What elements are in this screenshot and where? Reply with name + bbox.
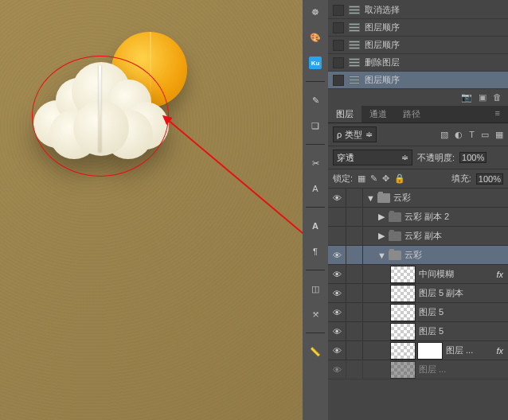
history-panel: 取消选择 图层顺序 图层顺序 删除图层 图层顺序 📷 ▣ 🗑 <box>328 0 508 106</box>
layer-name[interactable]: 中间模糊 <box>419 268 493 280</box>
tool-strip: ☸ 🎨 Ku ✎ ❏ ✂ A A ¶ ◫ ⤧ 📏 <box>303 0 328 420</box>
visibility-toggle[interactable]: 👁 <box>328 265 346 283</box>
layer-name[interactable]: 云彩 副本 <box>404 230 505 242</box>
history-item[interactable]: 图层顺序 <box>328 37 508 54</box>
mask-thumb <box>417 342 443 360</box>
canvas-area[interactable] <box>0 0 303 420</box>
visibility-toggle[interactable]: 👁 <box>328 246 346 264</box>
filter-adjust-icon[interactable]: ◐ <box>455 130 463 140</box>
twirl-icon[interactable]: ▶ <box>377 212 385 222</box>
history-footer: 📷 ▣ 🗑 <box>328 89 508 106</box>
layer-name[interactable]: 图层 ... <box>419 364 505 375</box>
layer-item[interactable]: 👁 图层 5 <box>328 322 508 341</box>
kuler-icon[interactable]: Ku <box>307 54 324 72</box>
fill-value[interactable]: 100% <box>476 173 503 185</box>
blend-row: 穿透≑ 不透明度: 100% <box>328 146 508 169</box>
history-state-icon <box>349 6 360 15</box>
layer-thumb <box>390 342 416 360</box>
layer-thumb <box>390 285 416 302</box>
wheel-icon[interactable]: ☸ <box>307 3 324 21</box>
visibility-toggle[interactable] <box>328 227 346 245</box>
layers-tree: 👁 ▼ 云彩 ▶ 云彩 副本 2 ▶ 云彩 副本 👁 ▼ 云彩 👁 <box>328 189 508 420</box>
fx-badge[interactable]: fx <box>496 270 503 279</box>
layer-group[interactable]: 👁 ▼ 云彩 <box>328 246 508 265</box>
brush-preset-icon[interactable]: ✎ <box>307 91 324 109</box>
layer-item[interactable]: 👁 图层 5 <box>328 303 508 322</box>
layer-thumb <box>390 266 416 283</box>
folder-icon <box>377 193 390 203</box>
layer-name[interactable]: 图层 ... <box>446 344 493 356</box>
blend-mode-select[interactable]: 穿透≑ <box>333 150 412 165</box>
panels-area: ☸ 🎨 Ku ✎ ❏ ✂ A A ¶ ◫ ⤧ 📏 取消选择 图层顺序 图层顺序 … <box>303 0 508 420</box>
filter-text-icon[interactable]: T <box>469 130 475 140</box>
history-state-icon <box>349 76 360 85</box>
visibility-toggle[interactable]: 👁 <box>328 303 346 321</box>
fx-badge[interactable]: fx <box>496 346 503 356</box>
tab-layers[interactable]: 图层 <box>328 106 361 122</box>
layer-group[interactable]: ▶ 云彩 副本 <box>328 227 508 246</box>
history-state-icon <box>349 23 360 33</box>
visibility-toggle[interactable]: 👁 <box>328 360 346 379</box>
clone-icon[interactable]: ❏ <box>307 117 324 134</box>
layer-item[interactable]: 👁 中间模糊 fx <box>328 265 508 284</box>
axis-icon[interactable]: ⤧ <box>307 305 324 323</box>
scissors-icon[interactable]: ✂ <box>307 154 324 172</box>
tab-channels[interactable]: 通道 <box>361 106 395 122</box>
tab-paths[interactable]: 路径 <box>395 106 428 122</box>
new-doc-icon[interactable]: ▣ <box>479 92 487 103</box>
layer-item[interactable]: 👁 图层 5 副本 <box>328 284 508 303</box>
panel-menu-icon[interactable]: ≡ <box>487 106 508 122</box>
layer-name[interactable]: 图层 5 副本 <box>419 287 505 299</box>
filter-smart-icon[interactable]: ▦ <box>495 130 503 140</box>
visibility-toggle[interactable]: 👁 <box>328 189 346 207</box>
lock-position-icon[interactable]: ✎ <box>370 173 377 184</box>
layer-name[interactable]: 云彩 副本 2 <box>404 211 505 223</box>
character-icon[interactable]: A <box>307 217 324 235</box>
history-item[interactable]: 图层顺序 <box>328 19 508 37</box>
filter-shape-icon[interactable]: ▭ <box>481 130 489 140</box>
main-panels: 取消选择 图层顺序 图层顺序 删除图层 图层顺序 📷 ▣ 🗑 图层 通道 路径 … <box>328 0 508 420</box>
paragraph-icon[interactable]: ¶ <box>307 243 324 260</box>
layer-name[interactable]: 云彩 <box>404 249 505 261</box>
layer-thumb <box>390 361 416 379</box>
lock-all-icon[interactable]: 🔒 <box>394 173 405 184</box>
layer-group[interactable]: ▶ 云彩 副本 2 <box>328 208 508 227</box>
visibility-toggle[interactable]: 👁 <box>328 284 346 302</box>
lock-move-icon[interactable]: ✥ <box>382 173 389 184</box>
lock-label: 锁定: <box>333 173 353 185</box>
twirl-icon[interactable]: ▼ <box>377 251 385 260</box>
folder-icon <box>389 212 401 222</box>
twirl-icon[interactable]: ▶ <box>377 231 385 241</box>
opacity-value[interactable]: 100% <box>459 152 487 163</box>
snapshot-icon[interactable]: 📷 <box>461 92 472 103</box>
history-state-icon <box>349 41 360 50</box>
filter-row: ρ类型≑ ▧ ◐ T ▭ ▦ <box>328 123 508 146</box>
visibility-toggle[interactable]: 👁 <box>328 322 346 340</box>
layer-name[interactable]: 图层 5 <box>419 325 505 337</box>
twirl-icon[interactable]: ▼ <box>366 193 374 203</box>
layer-panel-tabs: 图层 通道 路径 ≡ <box>328 106 508 123</box>
annotation-circle <box>32 56 169 177</box>
color-icon[interactable]: 🎨 <box>307 29 324 46</box>
layer-group[interactable]: 👁 ▼ 云彩 <box>328 189 508 208</box>
layer-name[interactable]: 云彩 <box>393 192 505 204</box>
history-item[interactable]: 取消选择 <box>328 2 508 19</box>
history-item[interactable]: 图层顺序 <box>328 72 508 89</box>
layer-thumb <box>390 304 416 321</box>
history-item[interactable]: 删除图层 <box>328 54 508 72</box>
lock-pixels-icon[interactable]: ▦ <box>358 173 365 184</box>
cube-icon[interactable]: ◫ <box>307 280 324 298</box>
font-icon[interactable]: A <box>307 180 324 197</box>
ruler-icon[interactable]: 📏 <box>307 343 324 360</box>
svg-line-0 <box>167 119 303 266</box>
layer-item[interactable]: 👁 图层 ... fx <box>328 341 508 360</box>
trash-icon[interactable]: 🗑 <box>493 92 502 103</box>
filter-image-icon[interactable]: ▧ <box>440 130 448 140</box>
filter-kind-select[interactable]: ρ类型≑ <box>333 126 377 142</box>
folder-icon <box>389 251 401 260</box>
visibility-toggle[interactable] <box>328 208 346 226</box>
folder-icon <box>389 231 401 241</box>
layer-name[interactable]: 图层 5 <box>419 306 505 318</box>
visibility-toggle[interactable]: 👁 <box>328 341 346 360</box>
layer-item[interactable]: 👁 图层 ... <box>328 360 508 379</box>
